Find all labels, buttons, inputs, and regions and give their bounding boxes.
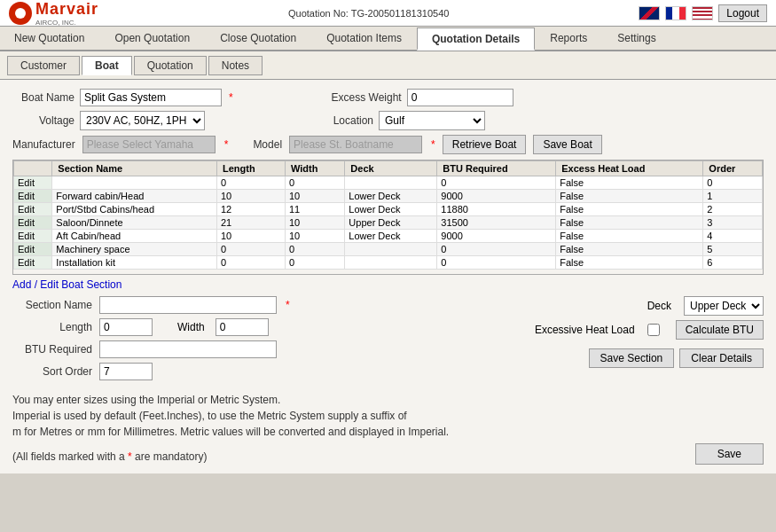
note-3: m for Metres or mm for Millimetres. Metr…: [12, 424, 764, 440]
boat-name-label: Boat Name: [12, 91, 74, 104]
manufacturer-row: Manufacturer * Model * Retrieve Boat Sav…: [12, 135, 764, 154]
excess-cell: False: [556, 176, 703, 190]
tab-close-quotation[interactable]: Close Quotation: [205, 27, 311, 50]
save-section-button[interactable]: Save Section: [589, 348, 675, 368]
sort-order-input[interactable]: [99, 363, 153, 380]
width-cell: 10: [285, 190, 344, 203]
width-cell: 10: [285, 216, 344, 230]
note-1: You may enter sizes using the Imperial o…: [12, 392, 764, 408]
btu-cell: 0: [437, 243, 556, 256]
section-name-cell: [52, 176, 217, 190]
table-row: Edit Machinery space 0 0 0 False 5: [14, 243, 763, 256]
table-row: Edit Forward cabin/Head 10 10 Lower Deck…: [14, 190, 763, 203]
flag-fr-icon[interactable]: [665, 6, 686, 20]
edit-cell[interactable]: Edit: [14, 190, 52, 203]
section-name-cell: Aft Cabin/head: [52, 230, 217, 243]
sections-table-container[interactable]: Section Name Length Width Deck BTU Requi…: [12, 160, 764, 275]
sub-tabs: Customer Boat Quotation Notes: [0, 51, 776, 80]
length-cell: 10: [216, 190, 285, 203]
excess-cell: False: [556, 190, 703, 203]
tab-settings[interactable]: Settings: [602, 27, 670, 50]
sort-order-label: Sort Order: [12, 365, 92, 378]
add-edit-section: Add / Edit Boat Section Section Name * L…: [12, 275, 764, 388]
length-input[interactable]: [99, 318, 153, 336]
subtab-notes[interactable]: Notes: [208, 56, 263, 75]
calculate-btu-button[interactable]: Calculate BTU: [676, 320, 764, 340]
edit-cell[interactable]: Edit: [14, 216, 52, 230]
deck-row: Deck Upper Deck Lower Deck Main Deck: [393, 296, 764, 316]
save-boat-button[interactable]: Save Boat: [533, 135, 601, 154]
header-right: Logout: [639, 4, 767, 22]
order-cell: 1: [703, 190, 763, 203]
table-row: Edit Installation kit 0 0 0 False 6: [14, 256, 763, 270]
order-cell: 2: [703, 203, 763, 216]
edit-cell[interactable]: Edit: [14, 230, 52, 243]
note-2: Imperial is used by default (Feet.Inches…: [12, 408, 764, 424]
subtab-customer[interactable]: Customer: [7, 56, 80, 75]
deck-cell: Upper Deck: [345, 216, 437, 230]
order-cell: 0: [703, 176, 763, 190]
length-cell: 10: [216, 230, 285, 243]
edit-cell[interactable]: Edit: [14, 256, 52, 270]
col-header-width: Width: [285, 161, 344, 176]
mandatory-star: *: [128, 450, 135, 463]
voltage-select[interactable]: 230V AC, 50HZ, 1PH 115V AC, 60HZ, 1PH 23…: [80, 111, 205, 130]
location-label: Location: [294, 114, 373, 127]
location-select[interactable]: Gulf Mediterranean Atlantic Pacific: [379, 111, 485, 130]
deck-cell: [345, 243, 437, 256]
length-cell: 0: [216, 176, 285, 190]
table-row: Edit 0 0 0 False 0: [14, 176, 763, 190]
tab-new-quotation[interactable]: New Quotation: [0, 27, 99, 50]
save-button[interactable]: Save: [695, 443, 764, 465]
boat-name-input[interactable]: [80, 89, 222, 106]
tab-quotation-details[interactable]: Quotation Details: [417, 27, 535, 51]
excessive-heat-row: Excessive Heat Load Calculate BTU: [393, 320, 764, 340]
tab-quotation-items[interactable]: Quotation Items: [311, 27, 417, 50]
deck-label: Deck: [647, 300, 671, 312]
tab-open-quotation[interactable]: Open Quotation: [99, 27, 205, 50]
deck-select[interactable]: Upper Deck Lower Deck Main Deck: [684, 296, 764, 316]
order-cell: 3: [703, 216, 763, 230]
nav-tabs: New Quotation Open Quotation Close Quota…: [0, 27, 776, 51]
excessive-heat-checkbox[interactable]: [647, 324, 660, 336]
edit-cell[interactable]: Edit: [14, 203, 52, 216]
width-cell: 0: [285, 176, 344, 190]
quotation-number: Quotation No: TG-200501181310540: [288, 8, 449, 19]
edit-cell[interactable]: Edit: [14, 176, 52, 190]
boat-name-required: *: [229, 91, 233, 104]
model-input[interactable]: [289, 136, 422, 153]
order-cell: 5: [703, 243, 763, 256]
app-header: Marvair AIRCO, INC. Quotation No: TG-200…: [0, 0, 776, 27]
logout-button[interactable]: Logout: [718, 4, 767, 22]
excess-cell: False: [556, 216, 703, 230]
btu-cell: 9000: [437, 230, 556, 243]
logo-text: Marvair: [35, 0, 98, 18]
width-label: Width: [177, 321, 205, 333]
excess-weight-input[interactable]: [407, 89, 513, 106]
col-header-length: Length: [216, 161, 285, 176]
section-name-input[interactable]: [99, 296, 277, 314]
logo-icon: [9, 2, 32, 25]
section-name-cell: Forward cabin/Head: [52, 190, 217, 203]
manufacturer-input[interactable]: [82, 136, 216, 153]
tab-reports[interactable]: Reports: [535, 27, 602, 50]
excess-cell: False: [556, 243, 703, 256]
sections-table: Section Name Length Width Deck BTU Requi…: [13, 160, 763, 270]
width-input[interactable]: [216, 318, 269, 336]
subtab-boat[interactable]: Boat: [82, 56, 132, 75]
flag-uk-icon[interactable]: [639, 6, 660, 20]
deck-cell: [345, 256, 437, 270]
length-cell: 12: [216, 203, 285, 216]
subtab-quotation[interactable]: Quotation: [134, 56, 207, 75]
flag-us-icon[interactable]: [692, 6, 713, 20]
btu-cell: 0: [437, 176, 556, 190]
edit-cell[interactable]: Edit: [14, 243, 52, 256]
btu-required-input[interactable]: [99, 340, 277, 358]
btu-cell: 0: [437, 256, 556, 270]
retrieve-boat-button[interactable]: Retrieve Boat: [443, 135, 527, 154]
deck-cell: Lower Deck: [345, 190, 437, 203]
clear-details-button[interactable]: Clear Details: [679, 348, 764, 368]
sort-order-row: Sort Order: [12, 363, 384, 380]
length-label: Length: [12, 321, 92, 333]
deck-cell: [345, 176, 437, 190]
